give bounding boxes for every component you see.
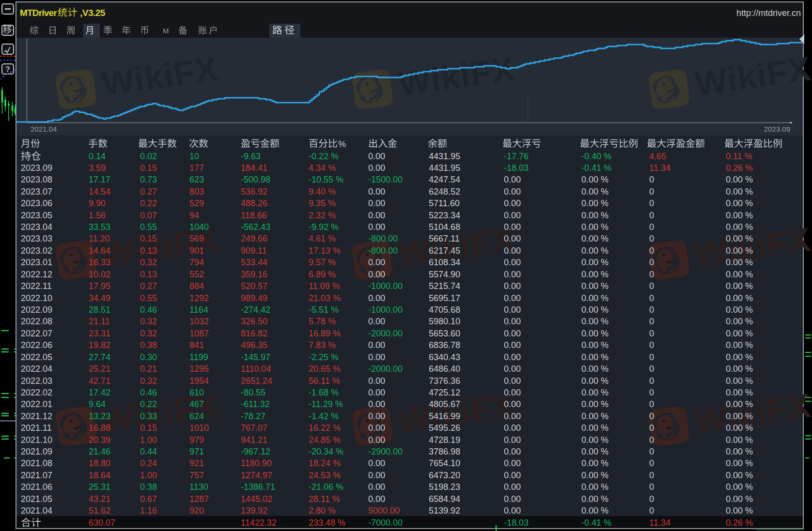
svg-text:757: 757 <box>189 470 204 480</box>
svg-text:0.14: 0.14 <box>89 152 106 161</box>
svg-text:941.21: 941.21 <box>241 435 267 445</box>
svg-text:13.23: 13.23 <box>89 411 110 421</box>
svg-text:0: 0 <box>649 470 654 480</box>
svg-text:0.26 %: 0.26 % <box>726 163 753 173</box>
svg-text:7654.10: 7654.10 <box>429 458 460 468</box>
svg-text:5000.00: 5000.00 <box>368 506 400 516</box>
svg-text:-800.00: -800.00 <box>368 234 398 243</box>
svg-text:3.59: 3.59 <box>89 163 106 173</box>
svg-text:-80.55: -80.55 <box>241 388 265 397</box>
svg-text:0.15: 0.15 <box>140 163 157 173</box>
svg-text:2023.08: 2023.08 <box>21 175 52 184</box>
svg-text:0.00 %: 0.00 % <box>726 222 753 232</box>
svg-text:21.11: 21.11 <box>89 317 110 326</box>
svg-text:0.00: 0.00 <box>368 423 385 433</box>
svg-text:-1.68 %: -1.68 % <box>309 388 339 397</box>
svg-text:359.16: 359.16 <box>241 270 267 279</box>
svg-text:WikiFX: WikiFX <box>693 49 812 103</box>
svg-text:0.33: 0.33 <box>140 411 157 421</box>
svg-text:0.00: 0.00 <box>504 293 521 303</box>
svg-text:0.00 %: 0.00 % <box>581 506 609 516</box>
svg-text:6836.78: 6836.78 <box>429 340 460 350</box>
svg-text:0: 0 <box>649 340 654 350</box>
svg-text:0.02: 0.02 <box>140 152 157 161</box>
svg-text:971: 971 <box>189 447 204 456</box>
svg-text:6217.45: 6217.45 <box>429 246 460 256</box>
svg-text:4805.67: 4805.67 <box>429 399 460 409</box>
svg-text:0.00 %: 0.00 % <box>581 211 609 220</box>
svg-text:1274.97: 1274.97 <box>241 470 272 480</box>
svg-text:14.64: 14.64 <box>89 246 110 256</box>
svg-text:2021.12: 2021.12 <box>21 411 52 421</box>
svg-text:-1000.00: -1000.00 <box>368 281 403 291</box>
svg-text:0.00 %: 0.00 % <box>581 376 609 386</box>
svg-text:34.49: 34.49 <box>89 293 110 303</box>
svg-text:0: 0 <box>649 211 654 220</box>
svg-text:2022.04: 2022.04 <box>21 364 52 374</box>
svg-text:0.00: 0.00 <box>504 281 521 291</box>
svg-text:0.00 %: 0.00 % <box>726 411 753 421</box>
svg-text:0: 0 <box>649 458 654 468</box>
svg-text:5574.90: 5574.90 <box>429 270 460 279</box>
svg-text:18.24 %: 18.24 % <box>309 458 341 468</box>
svg-text:33.53: 33.53 <box>89 222 110 232</box>
svg-text:2022.11: 2022.11 <box>21 281 52 291</box>
svg-text:0.46: 0.46 <box>140 388 157 397</box>
svg-text:1.16: 1.16 <box>140 506 157 516</box>
svg-text:5711.60: 5711.60 <box>429 198 460 208</box>
svg-text:0.00: 0.00 <box>368 258 385 267</box>
svg-text:0.00: 0.00 <box>504 482 521 492</box>
svg-text:-18.03: -18.03 <box>504 163 529 173</box>
svg-text:6473.20: 6473.20 <box>429 470 460 480</box>
svg-text:624: 624 <box>189 411 204 421</box>
svg-text:2023.07: 2023.07 <box>21 187 52 197</box>
svg-text:0.00 %: 0.00 % <box>581 270 609 279</box>
svg-text:979: 979 <box>189 435 204 445</box>
svg-text:17.95: 17.95 <box>89 281 110 291</box>
svg-text:1040: 1040 <box>189 222 209 232</box>
svg-text:2021.06: 2021.06 <box>21 482 52 492</box>
svg-text:28.51: 28.51 <box>89 305 110 315</box>
svg-text:MTDriver: MTDriver <box>20 8 57 18</box>
svg-text:51.62: 51.62 <box>89 506 110 516</box>
svg-text:2023.09: 2023.09 <box>21 163 52 173</box>
svg-text:610: 610 <box>189 388 204 397</box>
svg-text:0.00: 0.00 <box>368 388 385 397</box>
svg-text:-1386.71: -1386.71 <box>241 482 275 492</box>
svg-text:630.07: 630.07 <box>89 518 115 528</box>
svg-text:0.55: 0.55 <box>140 222 157 232</box>
svg-text:0.00 %: 0.00 % <box>726 458 753 468</box>
svg-text:WikiFX: WikiFX <box>100 49 221 103</box>
svg-text:4.65: 4.65 <box>649 152 666 161</box>
svg-text:-2900.00: -2900.00 <box>368 447 403 456</box>
svg-text:0.00: 0.00 <box>504 329 521 338</box>
svg-text:0.00: 0.00 <box>504 246 521 256</box>
svg-text:-274.42: -274.42 <box>241 305 270 315</box>
svg-text:0.00 %: 0.00 % <box>581 352 609 362</box>
svg-text:2021.07: 2021.07 <box>21 470 52 480</box>
svg-text:2.80 %: 2.80 % <box>309 506 336 516</box>
svg-text:0: 0 <box>649 246 654 256</box>
svg-text:0.21: 0.21 <box>140 364 157 374</box>
svg-text:19.82: 19.82 <box>89 340 110 350</box>
svg-text:0.00 %: 0.00 % <box>581 258 609 267</box>
svg-text:0.00: 0.00 <box>368 222 385 232</box>
svg-text:2021.09: 2021.09 <box>21 447 52 456</box>
svg-text:94: 94 <box>189 211 199 220</box>
svg-text:0.00: 0.00 <box>504 187 521 197</box>
svg-text:0.11 %: 0.11 % <box>726 152 752 161</box>
svg-text:0.00 %: 0.00 % <box>581 388 609 397</box>
svg-text:0.00 %: 0.00 % <box>726 423 753 433</box>
svg-text:5980.10: 5980.10 <box>429 317 460 326</box>
svg-text:2023.01: 2023.01 <box>21 258 52 267</box>
svg-text:0: 0 <box>649 293 654 303</box>
svg-text:7376.36: 7376.36 <box>429 376 460 386</box>
svg-text:0.00 %: 0.00 % <box>726 329 753 338</box>
svg-text:-562.43: -562.43 <box>241 222 270 232</box>
svg-text:0.55: 0.55 <box>140 293 157 303</box>
svg-text:0.00 %: 0.00 % <box>726 470 753 480</box>
svg-text:0: 0 <box>649 411 654 421</box>
svg-text:989.49: 989.49 <box>241 293 267 303</box>
svg-text:11.34: 11.34 <box>649 518 671 528</box>
svg-text:0.38: 0.38 <box>140 340 157 350</box>
